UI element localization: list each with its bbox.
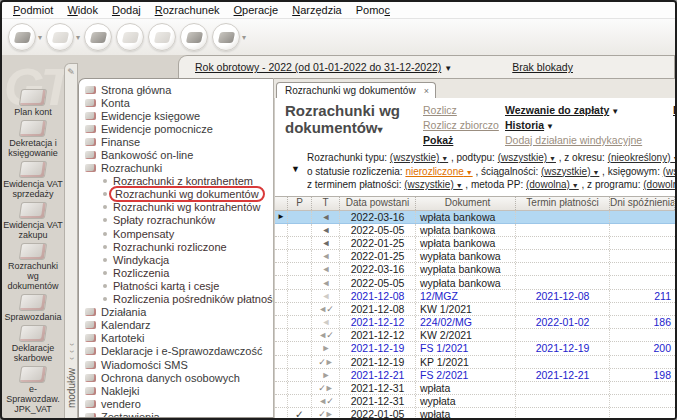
tab-rozrachunki-wg-dokumentow[interactable]: Rozrachunki wg dokumentów ×	[276, 82, 436, 98]
menu-item-pomoc[interactable]: Pomoc	[349, 3, 397, 17]
filter-collapse-arrow[interactable]: ▼	[291, 164, 300, 174]
column-header[interactable]: Dni spóźnienia	[610, 197, 675, 210]
menu-item-operacje[interactable]: Operacje	[227, 3, 286, 17]
tree-item[interactable]: Kalendarz	[79, 319, 273, 332]
filter-dropdown[interactable]: (wszystkie) ▼	[390, 152, 448, 163]
page-title[interactable]: Rozrachunki wg dokumentów▾	[285, 102, 423, 146]
tree-item[interactable]: Rozrachunki wg kontrahentów	[79, 201, 273, 214]
fiscal-year-selector[interactable]: Rok obrotowy - 2022 (od 01-01-2022 do 31…	[195, 61, 452, 73]
table-row[interactable]: ◄✓2021-12-12KW 2/2021	[275, 329, 675, 342]
filter-dropdown[interactable]: (wszystkie) ▼	[541, 166, 599, 177]
table-row[interactable]: ◄2021-12-12224/02/MG2022-01-02186	[275, 316, 675, 329]
table-row[interactable]: ◄2022-01-25wpłata bankowa	[275, 237, 675, 250]
table-row[interactable]: ◄✓2021-12-31wypłata	[275, 395, 675, 408]
toolbar-button-print-icon[interactable]	[180, 23, 208, 51]
tree-item[interactable]: Rozrachunki wg dokumentów	[79, 188, 273, 201]
sidebar-item[interactable]: Deklaracje skarbowe	[3, 325, 63, 363]
paid-check-cell	[288, 276, 312, 288]
filter-dropdown[interactable]: (wszystkie) ▼	[498, 152, 556, 163]
table-row[interactable]: ◄✓2021-12-08KW 1/2021	[275, 303, 675, 316]
table-row[interactable]: ◄2022-01-25wypłata bankowa	[275, 250, 675, 263]
tree-item[interactable]: Konta	[79, 96, 273, 109]
menu-item-rozrachunek[interactable]: Rozrachunek	[148, 3, 227, 17]
chevron-down-icon[interactable]: ▾	[242, 33, 246, 42]
tree-item[interactable]: Płatności kartą i cesje	[79, 279, 273, 292]
table-row[interactable]: ◄2022-03-16wypłata bankowa	[275, 263, 675, 276]
column-header[interactable]: Termin płatności	[516, 197, 610, 210]
sidebar-item[interactable]: Dekretacja i księgowanie	[3, 120, 63, 158]
tree-item[interactable]: Finanse	[79, 135, 273, 148]
column-header[interactable]: P	[288, 197, 312, 210]
lock-status-link[interactable]: Brak blokady	[512, 61, 573, 73]
tree-item-label: Rozliczenia pośredników płatności	[113, 293, 274, 305]
table-row[interactable]: ►2021-12-21FS 2/20212021-12-21198	[275, 369, 675, 382]
table-row[interactable]: ✓►2021-12-31wpłata	[275, 382, 675, 395]
column-header[interactable]: Dokument	[416, 197, 516, 210]
menu-item-widok[interactable]: Widok	[60, 3, 105, 17]
tree-item[interactable]: Strona główna	[79, 83, 273, 96]
action-link[interactable]: Wezwanie do zapłaty▼	[505, 104, 673, 116]
tree-item[interactable]: Spłaty rozrachunków	[79, 214, 273, 227]
tree-item[interactable]: Kartoteki	[79, 332, 273, 345]
pin-icon[interactable]: ✎	[67, 67, 75, 77]
table-row[interactable]: ✓►2021-12-19KP 1/2021	[275, 356, 675, 369]
table-row[interactable]: ◄2022-05-05wypłata bankowa	[275, 276, 675, 289]
table-row[interactable]: ◄2021-12-0812/MGZ2021-12-08211	[275, 290, 675, 303]
sidebar-item[interactable]: Rozrachunki wg dokumentów	[3, 243, 63, 291]
column-header[interactable]	[275, 197, 288, 210]
toolbar-button-stamp-icon[interactable]	[84, 23, 112, 51]
close-icon[interactable]: ×	[424, 86, 429, 96]
sidebar-item[interactable]: Plan kont	[3, 89, 63, 117]
filter-dropdown[interactable]: (wszystkie) ▼	[404, 179, 462, 190]
table-row[interactable]: ✓✓►2022-01-05wpłata	[275, 408, 675, 418]
menu-item-dodaj[interactable]: Dodaj	[105, 3, 148, 17]
action-link[interactable]: Pokaż	[423, 134, 505, 146]
sidebar-item[interactable]: e-Sprawozdaw. JPK_VAT	[3, 366, 63, 414]
tree-item[interactable]: Naklejki	[79, 384, 273, 397]
menu-item-podmiot[interactable]: Podmiot	[6, 3, 60, 17]
tree-item[interactable]: Ewidencje pomocnicze	[79, 122, 273, 135]
tree-item-icon	[85, 99, 96, 107]
tree-item[interactable]: Zestawienia	[79, 410, 273, 418]
action-link[interactable]: Rozlicz zbiorczo	[423, 119, 505, 131]
tree-item[interactable]: Ewidencje księgowe	[79, 109, 273, 122]
filter-dropdown[interactable]: nierozliczone ▼	[405, 166, 472, 177]
action-link[interactable]: Historia▼	[505, 119, 673, 131]
tree-item[interactable]: vendero	[79, 397, 273, 410]
sidebar-item[interactable]: Ewidencja VAT sprzedaży	[3, 161, 63, 199]
tree-item[interactable]: Ochrona danych osobowych	[79, 371, 273, 384]
toolbar-button-help-icon[interactable]: ▾	[212, 23, 246, 51]
tree-item[interactable]: Wiadomości SMS	[79, 358, 273, 371]
filter-dropdown[interactable]: (dowolny) ▼	[643, 179, 675, 190]
table-row[interactable]: ◄2022-05-05wpłata bankowa	[275, 224, 675, 237]
table-row[interactable]: ►2021-12-19FS 1/20212021-12-19200	[275, 342, 675, 355]
table-row[interactable]: ►◄2022-03-16wpłata bankowa	[275, 211, 675, 224]
filter-label: Rozrachunki typu:	[307, 152, 390, 163]
tree-item[interactable]: Windykacja	[79, 253, 273, 266]
chevron-down-icon[interactable]: ▾	[76, 33, 80, 42]
tree-item[interactable]: Deklaracje i e-Sprawozdawczość	[79, 345, 273, 358]
sidebar-item[interactable]: Ewidencja VAT zakupu	[3, 202, 63, 240]
filter-dropdown[interactable]: (wszystkie) ▼	[663, 166, 675, 177]
filter-dropdown[interactable]: (dowolna) ▼	[526, 179, 579, 190]
column-header[interactable]: T	[312, 197, 340, 210]
chevron-down-icon[interactable]: ▾	[38, 33, 42, 42]
tree-item[interactable]: Rozrachunki	[79, 162, 273, 175]
action-link[interactable]: Dodaj działanie windykacyjne	[505, 134, 673, 146]
tree-item[interactable]: Działania	[79, 306, 273, 319]
tree-item[interactable]: Rozliczenia pośredników płatności	[79, 293, 273, 306]
menu-item-narzędzia[interactable]: Narzędzia	[285, 3, 349, 17]
date-cell: 2021-12-31	[340, 395, 416, 407]
tree-item[interactable]: Bankowość on-line	[79, 148, 273, 161]
tree-item[interactable]: Rozrachunki rozliczone	[79, 240, 273, 253]
tree-item[interactable]: Rozliczenia	[79, 266, 273, 279]
modules-collapsed-strip[interactable]: ✎ ›››modułów	[64, 63, 78, 418]
toolbar-button-pointer-icon[interactable]: ▾	[8, 23, 42, 51]
filter-dropdown[interactable]: (nieokreślony) ▼	[608, 152, 675, 163]
sidebar-item[interactable]: Sprawozdania	[3, 294, 63, 322]
action-link[interactable]: Rozlicz	[423, 104, 505, 116]
tree-item-icon	[85, 86, 96, 94]
column-header[interactable]: Data powstani	[340, 197, 416, 210]
tree-item[interactable]: Kompensaty	[79, 227, 273, 240]
action-link[interactable]: Drukuj liste	[673, 104, 675, 146]
